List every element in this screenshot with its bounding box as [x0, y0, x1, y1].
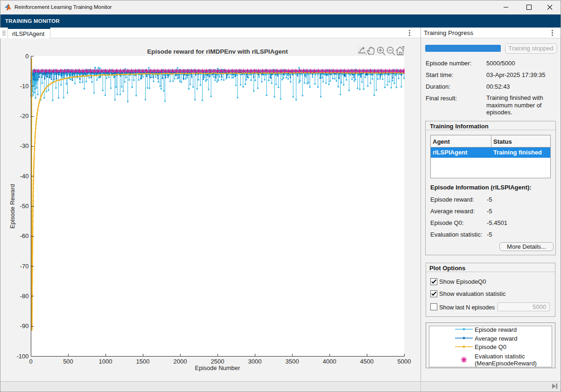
svg-text:-100: -100: [16, 353, 28, 360]
svg-text:Episode Reward: Episode Reward: [9, 184, 16, 228]
svg-text:2000: 2000: [174, 358, 187, 365]
svg-text:-10: -10: [20, 83, 29, 90]
svg-text:-70: -70: [20, 263, 29, 270]
svg-text:3500: 3500: [286, 358, 299, 365]
svg-text:0: 0: [25, 53, 28, 60]
svg-text:0: 0: [29, 358, 32, 365]
svg-text:-60: -60: [20, 232, 29, 239]
svg-text:2500: 2500: [211, 358, 224, 365]
svg-text:-50: -50: [20, 203, 29, 210]
svg-text:500: 500: [63, 358, 73, 365]
svg-text:Episode Number: Episode Number: [195, 364, 240, 371]
svg-text:4000: 4000: [323, 358, 337, 365]
svg-text:-30: -30: [20, 142, 29, 149]
svg-text:-20: -20: [20, 112, 29, 119]
svg-text:-90: -90: [20, 322, 29, 329]
svg-text:3000: 3000: [248, 358, 262, 365]
svg-text:-40: -40: [20, 173, 29, 180]
svg-text:1000: 1000: [99, 358, 112, 365]
svg-text:4500: 4500: [360, 358, 374, 365]
svg-text:5000: 5000: [398, 358, 411, 365]
svg-text:-80: -80: [20, 293, 29, 300]
svg-text:Episode reward for rlMDPEnv wi: Episode reward for rlMDPEnv with rlLSPIA…: [147, 48, 288, 55]
svg-text:1500: 1500: [136, 358, 150, 365]
